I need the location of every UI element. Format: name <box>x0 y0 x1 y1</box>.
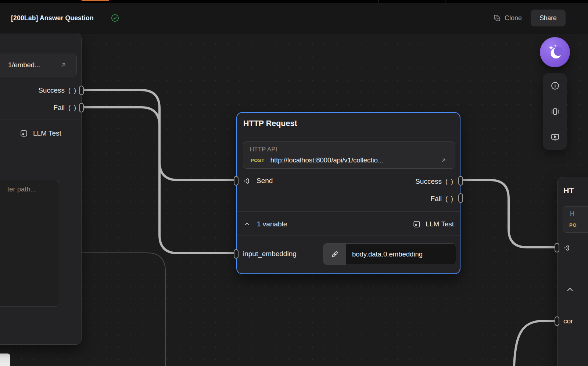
port-success-output[interactable] <box>458 176 463 186</box>
divider <box>237 137 460 137</box>
ai-assistant-button[interactable] <box>540 37 570 67</box>
port-send-input[interactable] <box>234 176 239 186</box>
variable-name-label: input_embedding <box>243 250 297 258</box>
api-endpoint-row: POST http://localhost:8000/api/v1/collec… <box>251 156 435 164</box>
output-type: ( ) <box>445 195 454 203</box>
topbar: [200Lab] Answer Question Clone Share <box>0 3 588 33</box>
output-type: ( ) <box>68 104 77 112</box>
external-link-icon[interactable] <box>60 62 67 69</box>
port-send-input[interactable] <box>555 243 559 252</box>
port-success-output[interactable] <box>79 86 84 95</box>
http-request-node[interactable]: HTTP Request HTTP API POST http://localh… <box>236 112 460 274</box>
panels-button[interactable] <box>548 104 562 119</box>
info-icon <box>551 81 560 90</box>
llm-test-icon <box>20 129 28 137</box>
divider <box>0 119 81 119</box>
http-node-footer: LLM Test <box>413 220 454 228</box>
path-placeholder: ter path... <box>7 185 36 193</box>
carousel-icon <box>551 107 560 116</box>
link-icon <box>331 250 339 258</box>
variable-name: input_embedding <box>243 248 297 259</box>
node-title: HT <box>563 186 574 195</box>
presentation-button[interactable] <box>548 130 562 144</box>
api-label: HTTP API <box>250 146 277 153</box>
clone-icon <box>493 14 501 22</box>
port-fail-output[interactable] <box>458 193 463 203</box>
output-label: Fail <box>430 195 442 203</box>
node-title: HTTP Request <box>243 119 297 128</box>
left-node-success-output: Success ( ) <box>38 85 77 96</box>
method-badge: PO <box>569 222 577 228</box>
api-label: H <box>570 210 574 218</box>
llm-test-label: LLM Test <box>33 129 61 137</box>
http-success-output: Success ( ) <box>415 176 454 187</box>
top-strip-divider <box>512 0 512 3</box>
llm-test-icon <box>413 220 421 228</box>
left-node-fail-output: Fail ( ) <box>53 102 77 113</box>
saved-check-icon <box>111 14 119 22</box>
link-cell <box>323 244 346 265</box>
variable-value-pill[interactable]: body.data.0.embedding <box>323 243 456 265</box>
output-type: ( ) <box>68 87 77 94</box>
output-label: Success <box>38 86 65 94</box>
input-label: cor <box>563 317 573 325</box>
llm-test-label: LLM Test <box>426 220 454 228</box>
send-input-row: Send <box>243 174 273 187</box>
presentation-play-icon <box>551 133 560 142</box>
port-context-input[interactable] <box>555 316 559 326</box>
method-badge: POST <box>251 158 265 163</box>
http-fail-output: Fail ( ) <box>430 193 454 204</box>
divider <box>237 211 460 212</box>
endpoint-url: http://localhost:8000/api/v1/collectio..… <box>270 156 384 164</box>
port-input-embedding[interactable] <box>234 249 239 259</box>
top-strip-divider <box>379 0 379 3</box>
left-node-api-field[interactable]: 1/embed... <box>0 54 77 76</box>
variables-toggle[interactable]: 1 variable <box>243 220 287 228</box>
output-label: Fail <box>53 104 65 112</box>
partial-white-node[interactable] <box>0 354 10 366</box>
right-node-input: cor <box>563 316 573 326</box>
left-node-path-field[interactable]: ter path... <box>0 180 59 307</box>
divider <box>237 235 460 236</box>
send-signal-icon <box>563 244 571 252</box>
variables-header-row: 1 variable LLM Test <box>243 216 454 232</box>
right-node[interactable]: HT H PO cor <box>557 177 588 366</box>
info-button[interactable] <box>548 79 562 93</box>
active-tab-indicator <box>82 0 109 1</box>
flow-editor: [200Lab] Answer Question Clone Share <box>0 0 588 366</box>
external-link-icon[interactable] <box>440 157 447 164</box>
chevron-up-icon <box>243 220 251 228</box>
window-top-strip <box>0 0 588 3</box>
left-node[interactable]: 1/embed... Success ( ) Fail ( ) <box>0 33 82 345</box>
moon-sparkles-icon <box>546 44 563 61</box>
variables-count-label: 1 variable <box>257 220 287 228</box>
left-node-footer: LLM Test <box>20 127 61 140</box>
send-label: Send <box>257 177 273 185</box>
workflow-title: [200Lab] Answer Question <box>11 14 94 22</box>
port-fail-output[interactable] <box>79 103 84 112</box>
chevron-up-icon[interactable] <box>566 285 574 294</box>
clone-button[interactable]: Clone <box>493 14 522 22</box>
output-label: Success <box>415 177 442 186</box>
output-type: ( ) <box>445 178 454 186</box>
top-strip-divider <box>445 0 445 3</box>
variable-value: body.data.0.embedding <box>346 244 456 265</box>
send-signal-icon <box>243 177 251 185</box>
canvas-toolbar <box>543 73 567 150</box>
http-api-field[interactable]: HTTP API POST http://localhost:8000/api/… <box>243 141 455 169</box>
right-node-api-field[interactable]: H PO <box>563 206 588 233</box>
share-button[interactable]: Share <box>531 10 566 26</box>
left-node-url: 1/embed... <box>8 61 40 69</box>
clone-label: Clone <box>505 14 522 22</box>
